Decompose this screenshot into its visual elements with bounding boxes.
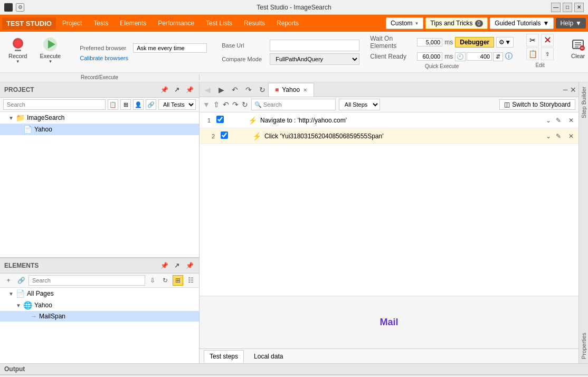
close-button[interactable]: ✕ — [574, 3, 584, 12]
timeout-expand[interactable]: ⇵ — [493, 52, 503, 61]
step-up-button[interactable]: ⇧ — [213, 100, 220, 109]
footer-tab-localdata[interactable]: Local data — [248, 350, 289, 363]
elements-more-button[interactable]: 📌 — [184, 260, 195, 271]
info-icon[interactable]: ⓘ — [505, 52, 513, 61]
base-url-input[interactable] — [270, 40, 359, 51]
expand-arrow4: ▼ — [16, 303, 21, 308]
clear-button[interactable]: Clear — [566, 34, 588, 70]
elements-refresh-button[interactable]: ↻ — [160, 275, 170, 286]
tab-minimize-button[interactable]: ‒ — [563, 84, 568, 95]
project-pin-button[interactable]: 📌 — [159, 84, 169, 95]
menu-item-results[interactable]: Results — [239, 17, 270, 29]
menu-item-tests[interactable]: Tests — [88, 17, 113, 29]
tree-item-yahoo-el[interactable]: ▼ 🌐 Yahoo — [0, 299, 199, 311]
nav-back-button[interactable]: ◀ — [202, 84, 213, 96]
elements-search-input[interactable] — [29, 275, 145, 286]
wait-elements-input[interactable] — [417, 38, 442, 46]
project-toolbar: 📋 ⊞ 👤 🔗 All Tests — [0, 98, 199, 112]
calibrate-link[interactable]: Calibrate browsers — [80, 55, 128, 61]
tree-item-mailspan[interactable]: → MailSpan — [0, 311, 199, 322]
debugger-button[interactable]: Debugger — [455, 37, 494, 48]
step-search-input[interactable] — [251, 99, 336, 110]
step-content-1: Navigate to : 'http://yahoo.com' — [257, 117, 546, 124]
maximize-button[interactable]: □ — [563, 3, 572, 12]
elements-pin-button[interactable]: 📌 — [159, 260, 169, 271]
record-button[interactable]: Record ▼ — [4, 34, 31, 70]
elements-list-button[interactable]: ☷ — [185, 275, 196, 286]
quick-execute-label: Quick Execute — [370, 63, 514, 69]
menu-item-reports[interactable]: Reports — [271, 17, 304, 29]
export-button[interactable]: ⇧ — [541, 48, 554, 60]
delete-button[interactable]: ✕ — [541, 34, 554, 46]
footer-tab-teststeps[interactable]: Test steps — [204, 350, 244, 363]
tree-item-allpages[interactable]: ▼ 📄 All Pages — [0, 288, 199, 299]
menu-item-performance[interactable]: Performance — [153, 17, 200, 29]
menu-item-elements[interactable]: Elements — [115, 17, 151, 29]
brand-label: TEST STUDIO — [2, 17, 56, 30]
allpages-icon: 📄 — [16, 289, 25, 298]
project-add-button[interactable]: 📋 — [108, 99, 118, 110]
browser-dropdown[interactable]: Ask me every time — [133, 43, 207, 53]
storyboard-button[interactable]: ◫ Switch to Storyboard — [499, 99, 575, 110]
tree-item-imagesearch[interactable]: ▼ 📁 ImageSearch — [0, 112, 199, 124]
step-number-1: 1 — [202, 117, 216, 124]
tips-tricks-button[interactable]: Tips and Tricks 0 — [425, 17, 488, 29]
step-filter-dropdown[interactable]: All Steps — [339, 99, 380, 110]
project-expand-button[interactable]: ↗ — [172, 84, 182, 95]
table-row: 1 ⚡ Navigate to : 'http://yahoo.com' ⌄ ✎… — [200, 112, 578, 128]
step-edit-1[interactable]: ✎ — [553, 115, 564, 126]
timeout-icon[interactable]: 🕙 — [455, 52, 466, 61]
elements-expand-button[interactable]: ↗ — [172, 260, 182, 271]
step-redo-btn[interactable]: ↷ — [232, 100, 239, 109]
edit-section: ✂ ✕ 📋 ⇧ Edit — [524, 34, 556, 70]
project-filter-dropdown[interactable]: All Tests — [158, 99, 196, 110]
help-button[interactable]: Help ▼ — [556, 18, 586, 29]
menu-item-testlists[interactable]: Test Lists — [201, 17, 238, 29]
project-header-icons: 📌 ↗ 📌 — [159, 84, 195, 95]
nav-redo-button[interactable]: ↷ — [243, 84, 254, 96]
menu-item-project[interactable]: Project — [57, 17, 87, 29]
properties-label[interactable]: Properties — [580, 328, 588, 363]
timeout-input[interactable] — [467, 52, 492, 61]
nav-refresh-button[interactable]: ↻ — [257, 84, 268, 96]
scissors-button[interactable]: ✂ — [526, 34, 539, 46]
step-undo-btn[interactable]: ↶ — [223, 100, 229, 109]
elements-title: ELEMENTS — [4, 262, 39, 269]
step-builder-label[interactable]: Step Builder — [580, 82, 588, 122]
yahoo-tab[interactable]: ■ Yahoo ✕ — [268, 83, 314, 97]
project-search-input[interactable] — [3, 99, 106, 110]
debugger-gear-button[interactable]: ⚙▼ — [496, 37, 514, 48]
elements-grid-button[interactable]: ⊞ — [173, 275, 183, 286]
project-more-button[interactable]: 📌 — [184, 84, 195, 95]
link-element-button[interactable]: 🔗 — [16, 275, 26, 286]
tab-close-all-button[interactable]: ✕ — [570, 86, 576, 94]
client-ready-ms: ms — [444, 53, 453, 60]
tree-label-imagesearch: ImageSearch — [27, 114, 64, 121]
nav-undo-button[interactable]: ↶ — [229, 84, 241, 96]
elements-import-button[interactable]: ⇩ — [147, 275, 158, 286]
guided-tutorials-button[interactable]: Guided Tutorials ▼ — [490, 17, 554, 29]
step-delete-2[interactable]: ✕ — [566, 131, 576, 142]
tree-item-yahoo[interactable]: 📄 Yahoo — [0, 124, 199, 135]
step-expand-1[interactable]: ⌄ — [546, 117, 551, 124]
step-edit-2[interactable]: ✎ — [553, 131, 564, 142]
step-delete-1[interactable]: ✕ — [566, 115, 576, 126]
add-element-button[interactable]: + — [3, 275, 14, 286]
custom-dropdown[interactable]: Custom ▼ — [386, 17, 423, 29]
execute-button[interactable]: Execute ▼ — [35, 34, 65, 70]
elements-panel-header: ELEMENTS 📌 ↗ 📌 — [0, 258, 199, 274]
compare-mode-select[interactable]: FullPathAndQuery — [270, 53, 359, 65]
step-refresh-btn[interactable]: ↻ — [242, 100, 248, 109]
minimize-button[interactable]: — — [551, 3, 561, 12]
project-link-button[interactable]: 🔗 — [146, 99, 156, 110]
tab-close-button[interactable]: ✕ — [303, 87, 307, 93]
copy-button[interactable]: 📋 — [526, 48, 539, 60]
step-checkbox-1[interactable] — [216, 116, 227, 125]
nav-forward-button[interactable]: ▶ — [215, 84, 227, 96]
project-user-button[interactable]: 👤 — [133, 99, 144, 110]
client-ready-input[interactable] — [417, 52, 442, 61]
project-grid-button[interactable]: ⊞ — [120, 99, 131, 110]
svg-point-1 — [15, 40, 21, 46]
step-checkbox-2[interactable] — [221, 131, 231, 140]
step-expand-2[interactable]: ⌄ — [546, 133, 551, 140]
